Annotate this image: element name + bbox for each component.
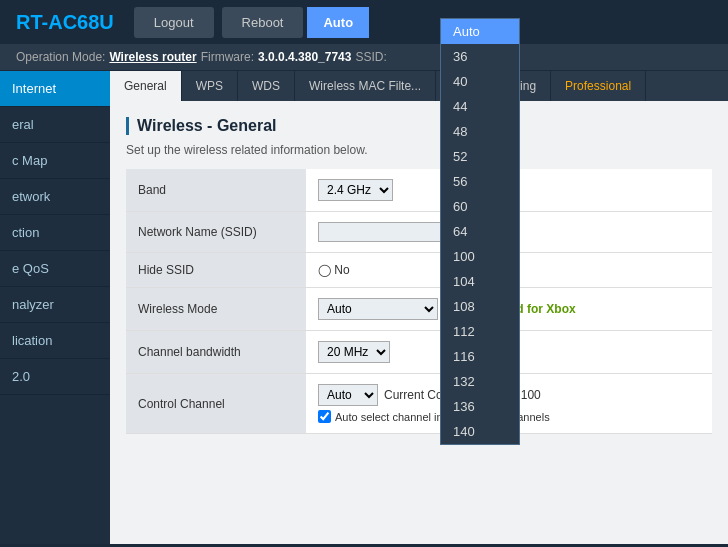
dropdown-item-52[interactable]: 52 — [441, 144, 519, 169]
dropdown-item-108[interactable]: 108 — [441, 294, 519, 319]
channel-bw-select[interactable]: 20 MHz 40 MHz 80 MHz — [318, 341, 390, 363]
dropdown-item-44[interactable]: 44 — [441, 94, 519, 119]
hide-ssid-label: Hide SSID — [126, 253, 306, 288]
sidebar-item-application[interactable]: lication — [0, 323, 110, 359]
dropdown-item-136[interactable]: 136 — [441, 394, 519, 419]
info-bar: Operation Mode: Wireless router Firmware… — [0, 44, 728, 71]
sidebar-item-network[interactable]: etwork — [0, 179, 110, 215]
dropdown-item-100[interactable]: 100 — [441, 244, 519, 269]
page-description: Set up the wireless related information … — [126, 143, 712, 157]
dropdown-item-104[interactable]: 104 — [441, 269, 519, 294]
dropdown-item-auto[interactable]: Auto — [441, 19, 519, 44]
table-row-ssid: Network Name (SSID) — [126, 212, 712, 253]
dropdown-item-64[interactable]: 64 — [441, 219, 519, 244]
sidebar-item-map[interactable]: c Map — [0, 143, 110, 179]
sidebar-item-20[interactable]: 2.0 — [0, 359, 110, 395]
dropdown-item-48[interactable]: 48 — [441, 119, 519, 144]
tab-wds[interactable]: WDS — [238, 71, 295, 101]
tab-wps[interactable]: WPS — [182, 71, 238, 101]
firmware-label: Firmware: — [201, 50, 254, 64]
wireless-mode-label: Wireless Mode — [126, 288, 306, 331]
tab-professional[interactable]: Professional — [551, 71, 646, 101]
hide-ssid-text: ◯ No — [318, 263, 350, 277]
table-row-control-channel: Control Channel Auto Current Control Cha… — [126, 374, 712, 434]
table-row-channel-bw: Channel bandwidth 20 MHz 40 MHz 80 MHz — [126, 331, 712, 374]
control-channel-label: Control Channel — [126, 374, 306, 434]
sidebar-item-action[interactable]: ction — [0, 215, 110, 251]
table-row-hide-ssid: Hide SSID ◯ No — [126, 253, 712, 288]
firmware-version: 3.0.0.4.380_7743 — [258, 50, 351, 64]
dropdown-item-112[interactable]: 112 — [441, 319, 519, 344]
wireless-mode-select[interactable]: Auto — [318, 298, 438, 320]
ssid-label-cell: Network Name (SSID) — [126, 212, 306, 253]
dropdown-item-132[interactable]: 132 — [441, 369, 519, 394]
control-channel-select[interactable]: Auto — [318, 384, 378, 406]
auto-select-checkbox[interactable] — [318, 410, 331, 423]
dropdown-item-36[interactable]: 36 — [441, 44, 519, 69]
dropdown-item-140[interactable]: 140 — [441, 419, 519, 444]
operation-mode-label: Operation Mode: — [16, 50, 105, 64]
channel-bw-label: Channel bandwidth — [126, 331, 306, 374]
channel-dropdown: Auto 36 40 44 48 52 56 60 64 100 104 108… — [440, 18, 520, 445]
reboot-button[interactable]: Reboot — [222, 7, 304, 38]
page-title: Wireless - General — [126, 117, 712, 135]
dropdown-item-60[interactable]: 60 — [441, 194, 519, 219]
sidebar: Internet eral c Map etwork ction e QoS n… — [0, 71, 110, 544]
settings-table: Band 2.4 GHz 5 GHz Network Name (SSID) — [126, 169, 712, 434]
tab-general[interactable]: General — [110, 71, 182, 101]
auto-dropdown-button[interactable]: Auto — [307, 7, 369, 38]
dropdown-item-116[interactable]: 116 — [441, 344, 519, 369]
settings-page: Wireless - General Set up the wireless r… — [110, 101, 728, 450]
table-row-band: Band 2.4 GHz 5 GHz — [126, 169, 712, 212]
main-layout: Internet eral c Map etwork ction e QoS n… — [0, 71, 728, 544]
sidebar-item-general[interactable]: eral — [0, 107, 110, 143]
dropdown-item-40[interactable]: 40 — [441, 69, 519, 94]
sidebar-item-analyzer[interactable]: nalyzer — [0, 287, 110, 323]
dropdown-item-56[interactable]: 56 — [441, 169, 519, 194]
operation-mode-value: Wireless router — [109, 50, 196, 64]
content-area: General WPS WDS Wireless MAC Filte... RA… — [110, 71, 728, 544]
band-select-input[interactable]: 2.4 GHz 5 GHz — [318, 179, 393, 201]
sidebar-item-qos[interactable]: e QoS — [0, 251, 110, 287]
logout-button[interactable]: Logout — [134, 7, 214, 38]
ssid-label: SSID: — [355, 50, 386, 64]
sidebar-item-internet[interactable]: Internet — [0, 71, 110, 107]
brand-logo: RT-AC68U — [0, 11, 130, 34]
header: RT-AC68U Logout Reboot Auto Auto 36 40 4… — [0, 0, 728, 44]
tabs-bar: General WPS WDS Wireless MAC Filte... RA… — [110, 71, 728, 101]
tab-wireless-mac-filter[interactable]: Wireless MAC Filte... — [295, 71, 436, 101]
table-row-wireless-mode: Wireless Mode Auto Optimized for Xbox — [126, 288, 712, 331]
band-label: Band — [126, 169, 306, 212]
